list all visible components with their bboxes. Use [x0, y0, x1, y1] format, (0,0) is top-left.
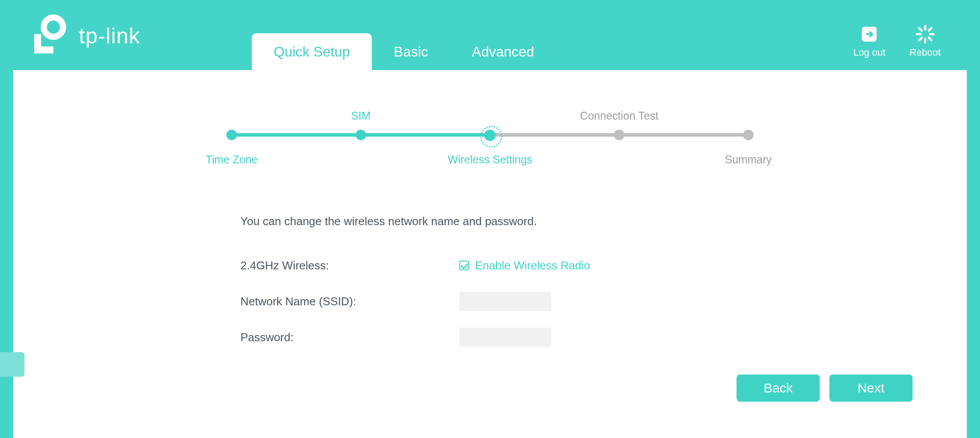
enable-wireless-checkbox[interactable]: Enable Wireless Radio — [459, 259, 590, 272]
logout-icon — [859, 24, 879, 44]
step-dot-wireless-settings[interactable] — [484, 130, 496, 141]
logout-button[interactable]: Log out — [853, 24, 885, 58]
enable-wireless-label: Enable Wireless Radio — [475, 259, 590, 272]
step-dot-time-zone[interactable] — [226, 130, 237, 140]
step-label-summary: Summary — [725, 153, 772, 166]
password-label: Password: — [240, 331, 459, 344]
tab-quick-setup[interactable]: Quick Setup — [252, 33, 372, 70]
row-ssid: Network Name (SSID): — [240, 288, 748, 314]
step-label-wireless-settings: Wireless Settings — [448, 153, 532, 166]
instruction-text: You can change the wireless network name… — [240, 215, 748, 228]
ssid-input[interactable] — [459, 292, 551, 311]
back-button[interactable]: Back — [737, 374, 820, 402]
tab-basic[interactable]: Basic — [372, 33, 450, 70]
tab-label: Advanced — [472, 44, 534, 60]
row-wireless-toggle: 2.4GHz Wireless: Enable Wireless Radio — [240, 252, 748, 279]
main-panel: Time Zone SIM Wireless Settings Connecti… — [13, 70, 967, 438]
support-tab[interactable] — [0, 352, 25, 377]
checkbox-icon — [459, 261, 469, 270]
wireless-label: 2.4GHz Wireless: — [240, 259, 459, 272]
step-label-connection-test: Connection Test — [580, 110, 659, 122]
brand-logo: tp-link — [31, 13, 140, 59]
row-password: Password: — [240, 324, 748, 350]
svg-line-10 — [929, 28, 931, 31]
next-button-label: Next — [857, 381, 885, 395]
step-label-sim: SIM — [351, 110, 370, 122]
brand-name: tp-link — [79, 23, 140, 49]
back-button-label: Back — [764, 381, 793, 395]
wireless-settings-form: You can change the wireless network name… — [232, 215, 748, 350]
svg-rect-2 — [34, 46, 53, 53]
svg-line-11 — [919, 38, 922, 40]
tab-advanced[interactable]: Advanced — [450, 33, 556, 70]
svg-line-9 — [929, 38, 931, 40]
header: tp-link Quick Setup Basic Advanced — [0, 0, 980, 70]
password-input[interactable] — [459, 328, 551, 347]
reboot-button[interactable]: Reboot — [909, 24, 941, 58]
nav-tabs: Quick Setup Basic Advanced — [252, 26, 556, 70]
step-label-time-zone: Time Zone — [206, 153, 258, 166]
reboot-label: Reboot — [909, 47, 941, 58]
step-dot-sim[interactable] — [356, 130, 366, 140]
tab-label: Basic — [394, 44, 428, 60]
step-dot-summary[interactable] — [743, 130, 754, 140]
reboot-icon — [915, 24, 935, 44]
svg-line-8 — [919, 28, 922, 31]
logout-label: Log out — [853, 47, 885, 58]
step-dot-connection-test[interactable] — [614, 130, 624, 140]
svg-point-0 — [44, 18, 63, 37]
tab-label: Quick Setup — [274, 44, 350, 60]
next-button[interactable]: Next — [829, 374, 913, 402]
wizard-stepper: Time Zone SIM Wireless Settings Connecti… — [232, 110, 748, 184]
tplink-logo-icon — [31, 13, 74, 59]
wizard-buttons: Back Next — [396, 374, 913, 402]
header-actions: Log out — [853, 24, 941, 58]
ssid-label: Network Name (SSID): — [240, 295, 459, 308]
